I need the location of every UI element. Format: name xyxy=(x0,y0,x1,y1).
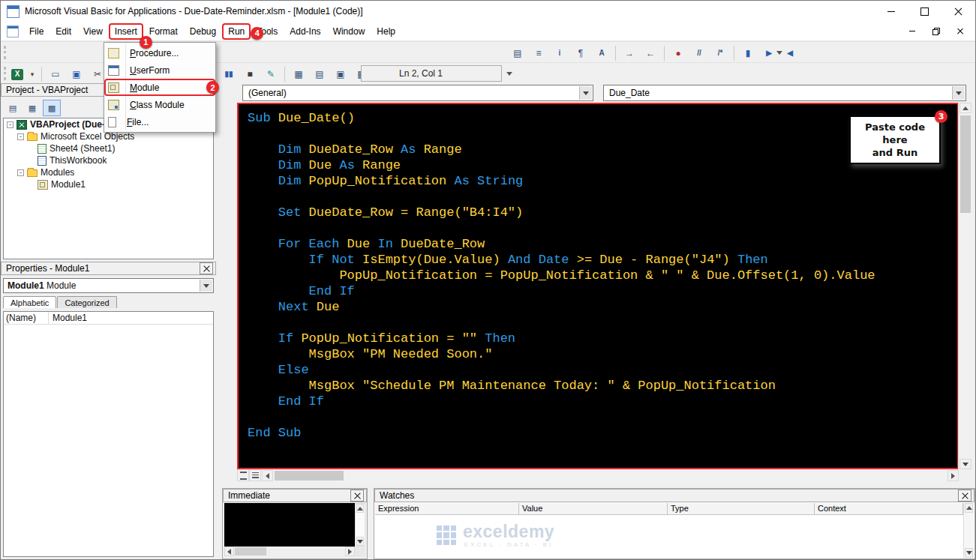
menu-item-run[interactable]: Run4 xyxy=(222,23,251,40)
minimize-button[interactable] xyxy=(874,1,908,22)
toolbar-drag-handle[interactable] xyxy=(4,46,8,59)
view-excel-dropdown[interactable]: ▾ xyxy=(27,64,38,84)
list-properties-button[interactable]: ▤ xyxy=(508,43,527,63)
break-icon: ▮▮ xyxy=(224,70,233,78)
project-tree-item-modules[interactable]: -Modules xyxy=(4,166,213,178)
menu-item-debug[interactable]: Debug xyxy=(184,23,222,40)
scroll-down-button[interactable] xyxy=(959,459,971,469)
dropdown-button[interactable] xyxy=(952,86,965,100)
procedure-view-button[interactable] xyxy=(237,469,249,481)
watches-close-button[interactable] xyxy=(958,490,971,502)
module-window-icon[interactable] xyxy=(7,25,19,37)
child-restore-button[interactable] xyxy=(930,25,942,37)
immediate-close-button[interactable] xyxy=(350,490,364,502)
scrollbar-thumb[interactable] xyxy=(275,471,344,481)
tree-expander[interactable]: - xyxy=(7,121,14,128)
tab-categorized[interactable]: Categorized xyxy=(57,296,116,308)
properties-window-button[interactable]: ▤ xyxy=(310,64,329,84)
scroll-down-button[interactable] xyxy=(356,537,364,546)
object-browser-icon: ▣ xyxy=(336,70,344,79)
menu-item-file[interactable]: File xyxy=(23,23,50,40)
comment-block-icon: // xyxy=(697,49,701,57)
break-button[interactable]: ▮▮ xyxy=(219,64,239,84)
watches-column-type[interactable]: Type xyxy=(668,503,815,515)
code-vertical-scrollbar[interactable] xyxy=(958,103,972,469)
view-object-button[interactable]: ▦ xyxy=(23,100,41,116)
complete-word-button[interactable]: A xyxy=(592,43,611,63)
scrollbar-thumb[interactable] xyxy=(960,115,971,213)
tree-expander[interactable]: - xyxy=(17,133,24,140)
maximize-button[interactable] xyxy=(908,1,941,22)
menu-item-help[interactable]: Help xyxy=(371,23,401,40)
insert-menu-item-class-module[interactable]: Class Module xyxy=(104,96,215,113)
insert-menu-item-file[interactable]: File... xyxy=(104,113,215,130)
toggle-breakpoint-button[interactable]: ● xyxy=(668,43,688,63)
comment-block-button[interactable]: // xyxy=(689,43,709,63)
project-tree-item-sheet4-sheet1[interactable]: Sheet4 (Sheet1) xyxy=(4,142,213,154)
indent-button[interactable]: → xyxy=(620,43,639,63)
menu-item-insert[interactable]: Insert1 xyxy=(109,23,143,40)
insert-menu-item-userform[interactable]: UserForm xyxy=(104,61,215,79)
design-mode-button[interactable]: ✎ xyxy=(261,64,281,84)
scroll-up-button[interactable] xyxy=(356,504,364,513)
scroll-left-button[interactable] xyxy=(224,547,234,556)
toolbar-overflow-chevron[interactable] xyxy=(506,72,512,76)
uncomment-block-button[interactable]: /* xyxy=(710,43,730,63)
scroll-right-button[interactable] xyxy=(345,547,355,556)
property-name: (Name) xyxy=(4,312,49,324)
dropdown-button[interactable] xyxy=(200,280,212,292)
child-close-button[interactable] xyxy=(954,25,966,37)
scroll-left-button[interactable] xyxy=(262,470,273,481)
scrollbar-thumb[interactable] xyxy=(235,547,266,556)
parameter-info-button[interactable]: ¶ xyxy=(571,43,590,63)
property-row[interactable]: (Name)Module1 xyxy=(4,312,213,325)
code-horizontal-scrollbar[interactable] xyxy=(237,469,959,482)
code-editor[interactable]: Sub Due_Date() Dim DueDate_Row As Range … xyxy=(237,103,959,469)
list-constants-button[interactable]: ≡ xyxy=(529,43,548,63)
project-explorer-button[interactable]: ▦ xyxy=(289,64,308,84)
watches-vertical-scrollbar[interactable] xyxy=(963,503,974,558)
insert-menu-item-procedure[interactable]: Procedure... xyxy=(104,44,215,61)
scroll-up-button[interactable] xyxy=(959,103,971,113)
insert-userform-button[interactable]: ▭ xyxy=(46,64,65,84)
menu-item-label: Insert xyxy=(115,26,137,37)
immediate-horizontal-scrollbar[interactable] xyxy=(224,547,355,557)
object-dropdown[interactable]: (General) xyxy=(242,85,593,101)
watches-column-value[interactable]: Value xyxy=(519,503,668,515)
scroll-up-button[interactable] xyxy=(965,503,973,513)
procedure-dropdown[interactable]: Due_Date xyxy=(603,85,966,101)
watches-column-expression[interactable]: Expression xyxy=(375,503,519,515)
tree-expander[interactable]: - xyxy=(17,169,24,176)
immediate-input-area[interactable] xyxy=(224,503,355,547)
toggle-bookmark-button[interactable]: ▮ xyxy=(738,43,758,63)
immediate-vertical-scrollbar[interactable] xyxy=(355,503,365,547)
menu-item-edit[interactable]: Edit xyxy=(50,23,77,40)
watches-column-context[interactable]: Context xyxy=(815,503,963,515)
project-tree-item-module1[interactable]: Module1 xyxy=(4,178,213,190)
menu-item-add-ins[interactable]: Add-Ins xyxy=(284,23,326,40)
quick-info-button[interactable]: i xyxy=(550,43,569,63)
scroll-down-button[interactable] xyxy=(965,548,973,558)
save-button[interactable]: ▣ xyxy=(67,64,86,84)
close-button[interactable] xyxy=(941,1,975,22)
child-minimize-button[interactable] xyxy=(906,25,918,37)
toggle-folders-button[interactable]: ▩ xyxy=(43,100,61,116)
view-microsoft-excel-button[interactable]: X xyxy=(9,64,26,84)
watches-body[interactable]: exceldemy EXCEL · DATA · BI xyxy=(375,515,963,558)
view-code-button[interactable]: ▤ xyxy=(4,100,22,116)
object-browser-button[interactable]: ▣ xyxy=(331,64,350,84)
menu-item-view[interactable]: View xyxy=(77,23,109,40)
project-tree-item-thisworkbook[interactable]: ThisWorkbook xyxy=(4,154,213,166)
outdent-button[interactable]: ← xyxy=(641,43,660,63)
previous-bookmark-button[interactable]: ◀ xyxy=(780,43,800,63)
toolbar-overflow-chevron[interactable] xyxy=(776,51,782,55)
properties-object-selector[interactable]: Module1 Module xyxy=(3,278,214,293)
insert-menu-item-module[interactable]: Module2 xyxy=(104,79,215,96)
properties-close-button[interactable] xyxy=(200,262,213,274)
dropdown-button[interactable] xyxy=(579,86,592,100)
scroll-right-button[interactable] xyxy=(947,470,959,481)
menu-item-window[interactable]: Window xyxy=(327,23,371,40)
tab-alphabetic[interactable]: Alphabetic xyxy=(3,296,56,308)
full-module-view-button[interactable] xyxy=(249,469,261,481)
reset-button[interactable]: ■ xyxy=(240,64,260,84)
